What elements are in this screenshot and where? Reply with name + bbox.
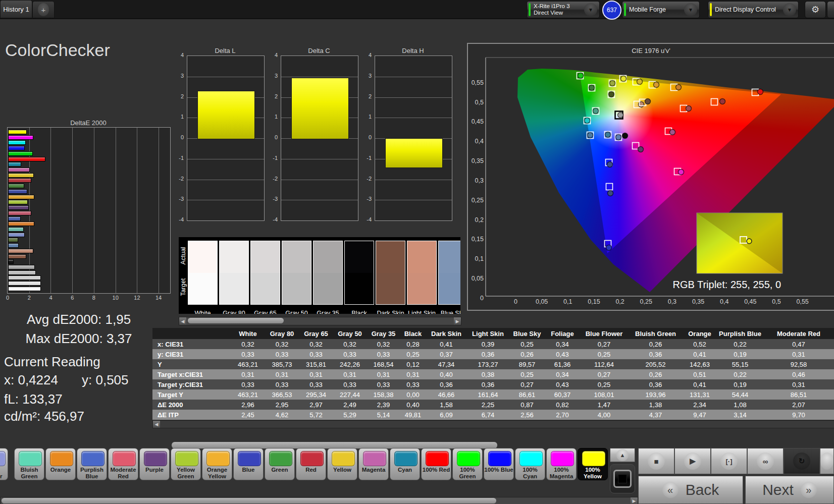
- patch-button-label: Yellow Green: [171, 467, 200, 479]
- table-cell: 108,01: [580, 389, 629, 400]
- tab-history-1[interactable]: History 1: [0, 0, 32, 18]
- de-bar: [8, 184, 24, 188]
- de-bar: [8, 167, 30, 172]
- table-cell: 0,39: [467, 339, 509, 349]
- cie-y-tick: 0,35: [469, 157, 484, 164]
- table-cell: 0,25: [580, 349, 629, 359]
- next-button[interactable]: Next »: [745, 476, 834, 504]
- play-button[interactable]: ▶: [674, 448, 711, 474]
- swatch-scrollbar[interactable]: ◀ ▶: [179, 317, 461, 325]
- table-cell: 295,34: [299, 389, 333, 400]
- patch-scroll-up-button[interactable]: ▲: [610, 448, 635, 462]
- table-cell: 193,96: [629, 389, 683, 400]
- refresh-button[interactable]: ↻: [784, 448, 820, 474]
- gridline: [72, 128, 73, 293]
- extra-button[interactable]: [820, 448, 834, 474]
- patch-button-purplish-blue[interactable]: Purplish Blue: [77, 448, 107, 480]
- settings-button[interactable]: ⚙: [805, 1, 826, 18]
- scroll-right-icon[interactable]: ▶: [631, 497, 638, 504]
- y-tick-label: 2: [359, 93, 372, 99]
- patch-color-chip: [582, 451, 605, 466]
- table-cell: 47,34: [426, 359, 467, 369]
- swatch-gray-80[interactable]: Gray 80: [219, 241, 249, 305]
- patch-button-orange[interactable]: Orange: [45, 448, 76, 480]
- patch-color-chip: [175, 451, 198, 466]
- patch-button-green[interactable]: Green: [265, 448, 295, 480]
- swatch-target: [314, 273, 342, 305]
- y-tick-label: -3: [359, 196, 372, 202]
- swatch-dark-skin[interactable]: Dark Skin: [376, 241, 405, 305]
- patch-button-bluish-green[interactable]: Bluish Green: [14, 448, 44, 480]
- swatch-gray-65[interactable]: Gray 65: [250, 241, 280, 305]
- table-scrollbar[interactable]: ◀: [152, 420, 834, 428]
- chevron-left-icon: «: [662, 482, 679, 498]
- table-cell: 0,33: [333, 349, 367, 359]
- patch-button-red[interactable]: Red: [296, 448, 326, 480]
- patch-button-purple[interactable]: Purple: [139, 448, 170, 480]
- patch-button-100-magenta[interactable]: 100% Magenta: [546, 448, 577, 480]
- table-cell: 0,00: [400, 389, 426, 400]
- table-cell: 0,40: [400, 400, 426, 410]
- y-tick-label: 4: [359, 52, 372, 58]
- display-control-dropdown[interactable]: Direct Display Control ▼: [708, 1, 799, 18]
- single-measure-button[interactable]: [·]: [711, 448, 747, 474]
- x-tick-label: 6: [67, 295, 78, 301]
- swatch-blue-sky[interactable]: Blue Sky: [438, 241, 460, 305]
- patch-button-blue[interactable]: Blue: [233, 448, 264, 480]
- scroll-right-icon[interactable]: ▶: [454, 317, 461, 325]
- meter-device-dropdown[interactable]: X-Rite i1Pro 3 Direct View ▼: [527, 1, 600, 18]
- cie-actual-dot: [679, 170, 684, 175]
- table-header-cell: [152, 328, 231, 339]
- patch-button-yellow[interactable]: Yellow: [327, 448, 357, 480]
- cie-actual-dot: [606, 245, 612, 251]
- patch-button-100-yellow[interactable]: 100% Yellow: [578, 448, 608, 480]
- cie-y-tick: 0,1: [469, 255, 484, 262]
- add-tab-button[interactable]: +: [32, 1, 55, 18]
- source-device-dropdown[interactable]: Mobile Forge ▼: [622, 1, 700, 18]
- table-row-label: x: CIE31: [152, 339, 231, 349]
- patch-button-blue-flower[interactable]: Blue Flower: [0, 448, 8, 480]
- table-cell: 0,31: [763, 379, 834, 389]
- continuous-button[interactable]: ∞: [747, 448, 784, 474]
- patch-button-100-cyan[interactable]: 100% Cyan: [515, 448, 545, 480]
- back-label: Back: [686, 481, 719, 498]
- patch-button-orange-yellow[interactable]: Orange Yellow: [202, 448, 232, 480]
- patch-button-100-green[interactable]: 100% Green: [452, 448, 483, 480]
- swatch-light-skin[interactable]: Light Skin: [407, 241, 437, 305]
- patch-bar-scrollbar[interactable]: ▶: [0, 497, 638, 504]
- y-tick-label: -2: [172, 176, 184, 182]
- gridline: [116, 128, 116, 293]
- patch-button-yellow-green[interactable]: Yellow Green: [171, 448, 201, 480]
- table-cell: 0,25: [509, 339, 545, 349]
- table-cell: 46,66: [426, 389, 467, 400]
- table-cell: 55,15: [717, 359, 763, 369]
- de-bar: [8, 135, 33, 140]
- back-button[interactable]: « Back: [638, 476, 743, 504]
- patch-color-chip: [488, 451, 511, 466]
- patch-button-magenta[interactable]: Magenta: [358, 448, 389, 480]
- swatch-black[interactable]: Black: [344, 241, 374, 305]
- patch-bar-scrollbar-thumb[interactable]: [2, 498, 496, 503]
- patch-button-moderate-red[interactable]: Moderate Red: [108, 448, 138, 480]
- measurement-count-badge[interactable]: 637: [602, 1, 621, 20]
- patch-button-100-red[interactable]: 100% Red: [421, 448, 451, 480]
- patch-button-cyan[interactable]: Cyan: [390, 448, 420, 480]
- x-tick-label: 2: [24, 295, 35, 301]
- swatch-scrollbar-thumb[interactable]: [188, 318, 284, 323]
- swatch-gray-35[interactable]: Gray 35: [313, 241, 343, 305]
- scroll-left-icon[interactable]: ◀: [153, 421, 160, 428]
- pattern-window-button[interactable]: [610, 464, 635, 493]
- partial-toolbar-button[interactable]: [827, 1, 834, 18]
- cie-actual-dot: [608, 191, 613, 196]
- cie-y-tick: 0,3: [469, 177, 484, 184]
- cie-y-tick: 0,4: [469, 138, 484, 145]
- scroll-left-icon[interactable]: ◀: [179, 317, 186, 325]
- table-cell: 0,27: [580, 369, 629, 379]
- y-tick-label: 0: [172, 134, 184, 140]
- swatch-white[interactable]: White: [188, 241, 218, 305]
- stop-button[interactable]: ■: [638, 448, 674, 474]
- patch-button-label: Purplish Blue: [77, 467, 107, 479]
- swatch-gray-50[interactable]: Gray 50: [282, 241, 311, 305]
- de-bar: [8, 195, 34, 199]
- patch-button-100-blue[interactable]: 100% Blue: [484, 448, 514, 480]
